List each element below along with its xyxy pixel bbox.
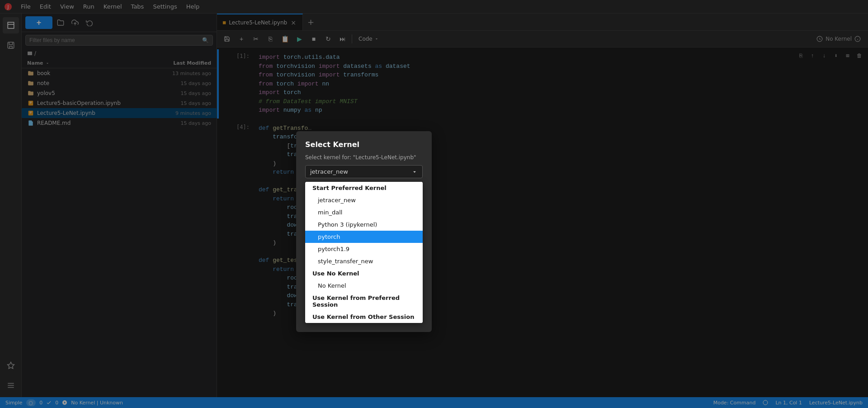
app-icon: J bbox=[4, 2, 13, 11]
search-input[interactable] bbox=[29, 37, 202, 43]
modal-title: Select Kernel bbox=[305, 140, 423, 149]
kernel-dropdown[interactable]: jetracer_new bbox=[305, 165, 423, 178]
refresh-button[interactable] bbox=[83, 16, 96, 29]
move-down-btn[interactable]: ↓ bbox=[819, 51, 829, 61]
cell-1[interactable]: [1]: import torch.utils.data from torchv… bbox=[217, 49, 868, 119]
save-nb-button[interactable] bbox=[221, 33, 233, 45]
notebook-toolbar: + ✂ ⎘ 📋 ▶ ■ ↻ ⏭ Code No Kernel bbox=[217, 31, 868, 47]
breadcrumb: / bbox=[22, 48, 217, 58]
file-item-Lecture5-LeNet.ipynb[interactable]: Lecture5-LeNet.ipynb 9 minutes ago bbox=[22, 108, 217, 118]
file-item-book[interactable]: book 13 minutes ago bbox=[22, 68, 217, 78]
kernel-item-min_dall[interactable]: min_dall bbox=[305, 206, 423, 218]
new-folder-button[interactable] bbox=[54, 16, 67, 29]
kernel-item-no-kernel[interactable]: No Kernel bbox=[305, 280, 423, 292]
cell-prompt-2: [4]: bbox=[219, 120, 255, 322]
kernel-item-pytorch1.9[interactable]: pytorch1.9 bbox=[305, 243, 423, 255]
kernel-status-text: No Kernel | Unknown bbox=[71, 400, 123, 406]
fast-forward-button[interactable]: ⏭ bbox=[336, 33, 349, 45]
file-date: 13 minutes ago bbox=[157, 71, 211, 76]
cell-prompt-1: [1]: bbox=[219, 49, 255, 119]
kernel-item-pytorch[interactable]: pytorch bbox=[305, 231, 423, 243]
mode-toggle[interactable]: ○ bbox=[26, 399, 36, 406]
file-name: yolov5 bbox=[37, 90, 157, 96]
new-tab-button[interactable]: + bbox=[303, 14, 319, 30]
file-name: book bbox=[37, 70, 157, 76]
add-cell-button[interactable]: + bbox=[235, 33, 248, 45]
file-item-yolov5[interactable]: yolov5 15 days ago bbox=[22, 88, 217, 98]
add-above-btn[interactable]: ⊞ bbox=[843, 51, 853, 61]
cell-count-0-2: 0 bbox=[55, 400, 58, 406]
menu-file[interactable]: File bbox=[17, 2, 34, 11]
kernel-item-style_transfer[interactable]: style_transfer_new bbox=[305, 255, 423, 267]
status-right: Mode: Command Ln 1, Col 1 Lecture5-LeNet… bbox=[713, 400, 863, 406]
delete-cell-btn[interactable]: 🗑 bbox=[854, 51, 864, 61]
menu-settings[interactable]: Settings bbox=[149, 2, 180, 11]
cut-button[interactable]: ✂ bbox=[250, 33, 262, 45]
restart-button[interactable]: ↻ bbox=[322, 33, 335, 45]
svg-rect-3 bbox=[9, 46, 12, 48]
kernel-item-python3[interactable]: Python 3 (ipykernel) bbox=[305, 218, 423, 231]
extensions-icon-btn[interactable] bbox=[3, 357, 19, 374]
svg-point-13 bbox=[763, 400, 768, 405]
copy-button[interactable]: ⎘ bbox=[264, 33, 277, 45]
file-date: 15 days ago bbox=[157, 90, 211, 96]
kernel-section-preferred-session[interactable]: Use Kernel from Preferred Session bbox=[305, 292, 423, 311]
tab-close-button[interactable]: × bbox=[290, 19, 297, 26]
kernel-section-no-kernel: Use No Kernel bbox=[305, 267, 423, 280]
file-icon bbox=[27, 100, 34, 107]
file-name: README.md bbox=[37, 120, 157, 126]
download-cell-btn[interactable]: ⬇ bbox=[831, 51, 841, 61]
menu-help[interactable]: Help bbox=[183, 2, 203, 11]
file-item-note[interactable]: note 15 days ago bbox=[22, 78, 217, 88]
settings-status-icon bbox=[62, 400, 67, 405]
menu-kernel[interactable]: Kernel bbox=[100, 2, 126, 11]
tab-lecture5-lenet[interactable]: ◼ Lecture5-LeNet.ipynb × bbox=[217, 14, 303, 30]
new-launcher-button[interactable]: + bbox=[25, 16, 52, 29]
menu-edit[interactable]: Edit bbox=[36, 2, 55, 11]
file-icon bbox=[27, 70, 34, 77]
search-box[interactable]: 🔍 bbox=[25, 35, 213, 46]
language-icon bbox=[763, 400, 768, 405]
file-label: Lecture5-LeNet.ipynb bbox=[809, 400, 863, 406]
svg-rect-2 bbox=[8, 42, 14, 48]
files-icon-btn[interactable] bbox=[3, 17, 19, 33]
file-item-README.md[interactable]: README.md 15 days ago bbox=[22, 118, 217, 128]
upload-button[interactable] bbox=[69, 16, 81, 29]
select-kernel-dialog: Select Kernel Select kernel for: "Lectur… bbox=[296, 131, 432, 332]
file-item-Lecture5-basicOperation.ipynb[interactable]: Lecture5-basicOperation.ipynb 15 days ag… bbox=[22, 98, 217, 108]
kernel-section-other-session[interactable]: Use Kernel from Other Session bbox=[305, 311, 423, 323]
col-name-header: Name bbox=[27, 60, 157, 66]
file-date: 15 days ago bbox=[157, 100, 211, 106]
status-bar: Simple ○ 0 0 No Kernel | Unknown Mode: C… bbox=[0, 397, 868, 408]
tab-notebook-icon: ◼ bbox=[222, 20, 226, 25]
menu-tabs[interactable]: Tabs bbox=[127, 2, 148, 11]
file-icon bbox=[27, 90, 34, 97]
menu-icon-btn[interactable] bbox=[3, 377, 19, 394]
move-up-btn[interactable]: ↑ bbox=[807, 51, 817, 61]
kernel-item-jetracer_new[interactable]: jetracer_new bbox=[305, 194, 423, 206]
cell-type-select[interactable]: Code bbox=[355, 34, 382, 43]
copy-cell-btn[interactable]: ⎘ bbox=[796, 51, 806, 61]
cell-content-1[interactable]: import torch.utils.data from torchvision… bbox=[255, 49, 868, 119]
tab-label: Lecture5-LeNet.ipynb bbox=[229, 19, 287, 26]
position-label: Ln 1, Col 1 bbox=[775, 400, 802, 406]
chevron-down-icon bbox=[411, 169, 418, 175]
svg-text:J: J bbox=[7, 5, 9, 9]
editor-mode: Mode: Command bbox=[713, 400, 756, 406]
mode-label: Simple bbox=[5, 400, 23, 406]
file-panel-toolbar: + bbox=[22, 14, 217, 32]
file-date: 15 days ago bbox=[157, 120, 211, 126]
menu-view[interactable]: View bbox=[57, 2, 78, 11]
run-button[interactable]: ▶ bbox=[293, 33, 306, 45]
menu-run[interactable]: Run bbox=[80, 2, 98, 11]
modal-subtitle: Select kernel for: "Lecture5-LeNet.ipynb… bbox=[305, 154, 423, 161]
save-icon-btn[interactable] bbox=[3, 37, 19, 53]
file-list: book 13 minutes ago note 15 days ago yol… bbox=[22, 68, 217, 397]
file-icon bbox=[27, 109, 34, 117]
file-date: 15 days ago bbox=[157, 81, 211, 86]
file-panel: + 🔍 / bbox=[22, 14, 217, 397]
main-layout: + 🔍 / bbox=[0, 14, 868, 397]
kernel-dropdown-value: jetracer_new bbox=[310, 168, 348, 175]
stop-button[interactable]: ■ bbox=[307, 33, 320, 45]
paste-button[interactable]: 📋 bbox=[278, 33, 291, 45]
